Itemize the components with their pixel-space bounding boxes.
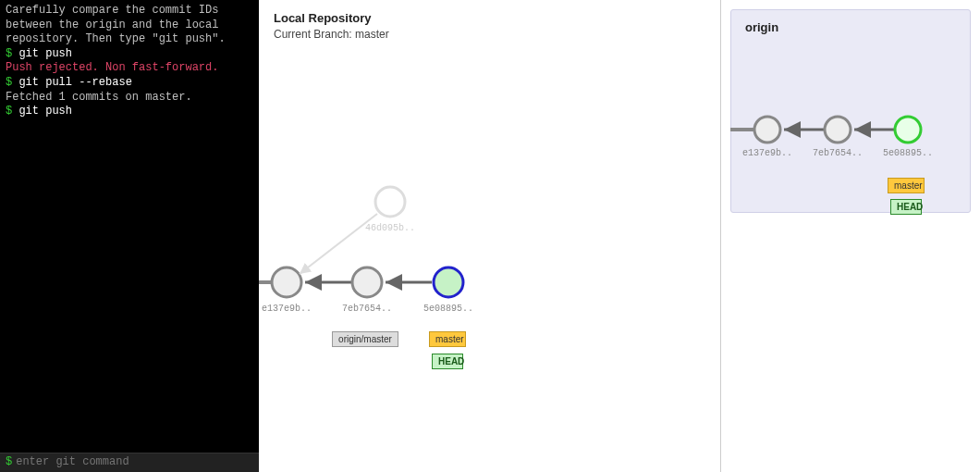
commit-hash: e137e9b.. [742,148,792,158]
ref-tag-head[interactable]: HEAD [432,354,463,369]
terminal-line: $ git pull --rebase [6,76,253,91]
commit-node [754,117,780,143]
commit-hash: 7eb7654.. [342,304,392,314]
origin-commit-graph: e137e9b.. 7eb7654.. 5e08895.. [730,9,971,213]
cmd-text: git push [18,105,72,118]
prompt-icon: $ [6,455,12,468]
commit-hash: 7eb7654.. [813,148,863,158]
commit-node [272,267,301,297]
command-input[interactable] [16,455,228,468]
terminal-line: $ git push [6,105,253,119]
commit-node [352,267,382,297]
commit-node [825,117,851,143]
commit-hash: 5e08895.. [883,148,933,158]
commit-node-orphan [375,187,405,217]
terminal-panel: Carefully compare the commit IDs between… [0,0,259,453]
prompt-icon: $ [6,47,12,60]
prompt-icon: $ [6,76,12,89]
local-commit-graph: e137e9b.. 7eb7654.. 5e08895.. 46d095b.. [259,0,721,472]
command-bar[interactable]: $ [0,453,259,472]
ref-tag-origin-master[interactable]: origin/master [332,331,398,347]
commit-hash: e137e9b.. [262,304,312,314]
instruction-text: Carefully compare the commit IDs between… [6,4,253,47]
commit-node-head [895,117,921,143]
commit-node-head [434,267,463,297]
commit-hash: 46d095b.. [365,223,415,233]
ref-tag-head[interactable]: HEAD [890,199,922,215]
terminal-line: $ git push [6,47,253,62]
cmd-text: git push [18,47,72,60]
terminal-output: Fetched 1 commits on master. [6,91,253,106]
commit-hash: 5e08895.. [423,304,473,314]
ref-tag-master[interactable]: master [888,178,925,193]
prompt-icon: $ [6,105,12,118]
terminal-output: Push rejected. Non fast-forward. [6,61,253,76]
cmd-text: git pull --rebase [18,76,131,89]
ref-tag-master[interactable]: master [429,331,466,347]
